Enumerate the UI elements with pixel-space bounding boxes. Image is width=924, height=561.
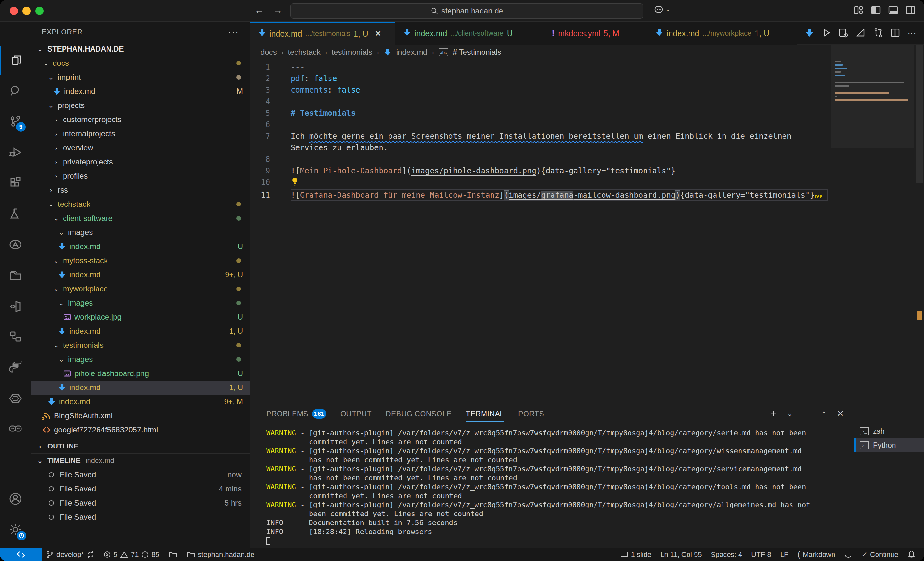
minimize-traffic-light[interactable] xyxy=(22,7,31,15)
minimap[interactable] xyxy=(835,61,909,103)
activity-item-python[interactable] xyxy=(0,354,31,383)
more-actions-icon[interactable]: ··· xyxy=(908,28,916,39)
code-editor[interactable]: 1---2pdf: false3comments: false4---5# Te… xyxy=(250,60,924,405)
editor-tab-index.md[interactable]: index.md.../testimonials1, U✕ xyxy=(250,22,395,45)
back-arrow-icon[interactable]: ← xyxy=(253,4,266,15)
tree-folder-row[interactable]: ⌄projects xyxy=(31,99,250,112)
activity-item-source-control[interactable]: 9 xyxy=(0,108,31,137)
activity-item-extensions[interactable] xyxy=(0,169,31,199)
code-line[interactable]: 9![Mein Pi-hole-Dashboard](images/pihole… xyxy=(250,165,924,177)
activity-item-hexagon[interactable] xyxy=(0,384,31,414)
tree-file-row[interactable]: index.md1, U xyxy=(31,380,250,395)
tree-folder-row[interactable]: ⌄images xyxy=(31,225,250,239)
language-mode[interactable]: ( Markdown xyxy=(793,548,840,561)
explorer-more-actions-icon[interactable]: ··· xyxy=(228,27,239,37)
toggle-secondary-sidebar-icon[interactable] xyxy=(905,4,916,16)
tree-folder-row[interactable]: ⌄images xyxy=(31,296,250,310)
tree-folder-row[interactable]: ›privateprojects xyxy=(31,155,250,169)
code-line[interactable]: 8 xyxy=(250,154,924,165)
copilot-menu[interactable]: ⌄ xyxy=(654,4,670,14)
breadcrumb-item[interactable]: index.md xyxy=(396,48,428,57)
activity-item-account[interactable] xyxy=(0,485,31,514)
editor-tab-index.md[interactable]: index.md.../myworkplace1, U xyxy=(648,22,797,45)
continue-status[interactable]: ✓ Continue xyxy=(857,548,903,561)
tree-file-row[interactable]: index.mdM xyxy=(31,84,250,99)
encoding-status[interactable]: UTF-8 xyxy=(747,548,776,561)
toggle-panel-icon[interactable] xyxy=(887,4,899,16)
timeline-item[interactable]: File Savednow xyxy=(31,468,250,482)
breadcrumb[interactable]: docs›techstack›testimonials›index.md›abc… xyxy=(250,45,924,60)
tree-folder-row[interactable]: ⌄testimonials xyxy=(31,338,250,352)
split-editor-icon[interactable] xyxy=(890,28,900,39)
indentation-status[interactable]: Spaces: 4 xyxy=(706,548,747,561)
terminal-output[interactable]: WARNING - [git-authors-plugin] /var/fold… xyxy=(266,429,815,545)
editor-tab-mkdocs.yml[interactable]: !mkdocs.yml5, M xyxy=(544,22,648,45)
breadcrumb-item[interactable]: # Testimonials xyxy=(453,48,501,57)
code-line[interactable]: 6 xyxy=(250,119,924,130)
tree-folder-row[interactable]: ⌄images xyxy=(31,352,250,367)
code-line[interactable]: 3comments: false xyxy=(250,84,924,96)
breadcrumb-item[interactable]: techstack xyxy=(288,48,320,57)
remote-indicator[interactable] xyxy=(0,548,42,561)
panel-tab-debug-console[interactable]: DEBUG CONSOLE xyxy=(386,405,452,423)
new-terminal-icon[interactable]: + xyxy=(770,407,777,420)
tree-folder-row[interactable]: ›profiles xyxy=(31,169,250,183)
tree-file-row[interactable]: index.mdU xyxy=(31,239,250,254)
cursor-position[interactable]: Ln 11, Col 55 xyxy=(656,548,706,561)
activity-item-folder-library[interactable] xyxy=(0,261,31,291)
close-traffic-light[interactable] xyxy=(10,7,18,15)
terminal-instance-Python[interactable]: >_Python xyxy=(854,438,924,452)
run-file-icon[interactable] xyxy=(821,28,831,39)
branch-status[interactable]: develop* xyxy=(42,548,99,561)
tree-file-row[interactable]: BingSiteAuth.xml xyxy=(31,409,250,423)
activity-item-search[interactable] xyxy=(0,76,31,106)
sync-changes-icon[interactable] xyxy=(873,28,883,39)
code-line[interactable]: 4--- xyxy=(250,96,924,108)
scrollbar-slider[interactable] xyxy=(916,45,923,183)
tree-folder-row[interactable]: ⌄techstack xyxy=(31,197,250,211)
tree-folder-row[interactable]: ›internalprojects xyxy=(31,127,250,141)
workspace-root-row[interactable]: ⌄ STEPHAN.HADAN.DE xyxy=(31,42,250,56)
activity-item-run-debug[interactable] xyxy=(0,138,31,168)
toggle-primary-sidebar-icon[interactable] xyxy=(870,4,882,16)
tree-folder-row[interactable]: ›rss xyxy=(31,183,250,197)
lightbulb-icon[interactable] xyxy=(291,177,299,186)
zoom-traffic-light[interactable] xyxy=(35,7,44,15)
timeline-item[interactable]: File Saved xyxy=(31,510,250,524)
activity-item-flowchart[interactable] xyxy=(0,323,31,352)
tree-folder-row[interactable]: ›overview xyxy=(31,141,250,155)
terminal-dropdown-icon[interactable]: ⌄ xyxy=(787,410,792,418)
spinner-status[interactable] xyxy=(840,548,857,561)
markdown-download-icon[interactable] xyxy=(805,28,814,39)
code-line[interactable]: 2pdf: false xyxy=(250,73,924,84)
tree-folder-row[interactable]: ⌄docs xyxy=(31,56,250,70)
marp-slide-status[interactable]: 1 slide xyxy=(616,548,656,561)
tree-file-row[interactable]: pihole-dashboard.pngU xyxy=(31,367,250,380)
tree-file-row[interactable]: index.md9+, M xyxy=(31,395,250,409)
code-line[interactable]: 7Ich möchte gerne ein paar Screenshots m… xyxy=(250,130,924,154)
tree-file-row[interactable]: googlef727264f56832057.html xyxy=(31,423,250,437)
panel-more-actions-icon[interactable]: ··· xyxy=(802,409,811,419)
activity-item-explorer[interactable] xyxy=(0,46,31,75)
panel-tab-terminal[interactable]: TERMINAL xyxy=(466,405,504,423)
close-panel-icon[interactable]: ✕ xyxy=(837,409,844,419)
timeline-item[interactable]: File Saved5 hrs xyxy=(31,496,250,510)
breadcrumb-item[interactable]: testimonials xyxy=(332,48,372,57)
panel-tab-problems[interactable]: PROBLEMS161 xyxy=(266,405,326,423)
eol-status[interactable]: LF xyxy=(776,548,793,561)
terminal-instance-zsh[interactable]: >_zsh xyxy=(854,424,924,438)
outline-section-header[interactable]: › OUTLINE xyxy=(31,439,250,453)
activity-item-settings-gear[interactable] xyxy=(0,516,31,545)
activity-item-door-exit[interactable] xyxy=(0,292,31,322)
workspace-status[interactable]: stephan.hadan.de xyxy=(182,548,259,561)
timeline-item[interactable]: File Saved4 mins xyxy=(31,482,250,496)
activity-item-duo-chat[interactable] xyxy=(0,415,31,444)
command-center-search[interactable]: stephan.hadan.de xyxy=(290,3,643,19)
activity-item-circle-a[interactable] xyxy=(0,230,31,260)
panel-tab-output[interactable]: OUTPUT xyxy=(340,405,372,423)
breadcrumb-item[interactable]: docs xyxy=(261,48,277,57)
overview-ruler[interactable] xyxy=(915,45,924,405)
notifications[interactable] xyxy=(903,548,924,561)
terminal-prompt[interactable] xyxy=(266,536,815,545)
code-line[interactable]: 5# Testimonials xyxy=(250,108,924,119)
